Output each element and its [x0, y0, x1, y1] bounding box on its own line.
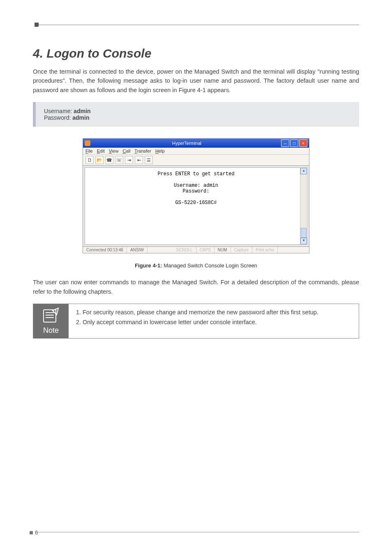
status-num: NUM — [214, 247, 231, 253]
page-number: 6 — [35, 529, 38, 536]
app-icon — [85, 140, 90, 146]
menu-file[interactable]: File — [85, 149, 93, 153]
password-value: admin — [72, 114, 89, 121]
scroll-down-icon[interactable]: ▾ — [300, 238, 307, 244]
username-label: Username: — [44, 108, 74, 114]
new-icon[interactable]: 🗋 — [85, 156, 94, 164]
header-rule — [37, 25, 359, 30]
maximize-button[interactable]: □ — [290, 139, 298, 147]
statusbar: Connected 00:13:46 ANSIW SCROLL CAPS NUM… — [83, 246, 309, 253]
properties-icon[interactable]: ☰ — [145, 156, 153, 164]
scroll-thumb[interactable] — [301, 228, 307, 238]
disconnect-icon[interactable]: ☏ — [115, 156, 123, 164]
figure-caption-text: Managed Switch Console Login Screen — [162, 262, 257, 269]
status-capture: Capture — [231, 247, 253, 253]
menu-help[interactable]: Help — [155, 149, 165, 153]
send-icon[interactable]: ⇥ — [125, 156, 133, 164]
status-encoding: ANSIW — [127, 247, 148, 253]
after-figure-paragraph: The user can now enter commands to manag… — [33, 278, 359, 296]
credentials-box: Username: admin Password: admin — [33, 102, 359, 127]
terminal-area: Press ENTER to get started Username: adm… — [83, 166, 309, 246]
intro-paragraph: Once the terminal is connected to the de… — [33, 67, 359, 95]
password-line: Password: admin — [44, 114, 351, 121]
menu-edit[interactable]: Edit — [97, 149, 105, 153]
status-connected: Connected 00:13:46 — [83, 247, 127, 253]
status-caps: CAPS — [196, 247, 214, 253]
menubar: File Edit View Call Transfer Help — [83, 148, 309, 154]
note-item-1: For security reason, please change and m… — [83, 308, 352, 317]
note-badge: Note — [33, 304, 69, 338]
hyperterminal-window: HyperTerminal – □ × File Edit View Call … — [83, 138, 309, 253]
note-content: For security reason, please change and m… — [69, 304, 359, 338]
open-icon[interactable]: 📂 — [95, 156, 104, 164]
page-heading: 4. Logon to Console — [33, 46, 359, 60]
menu-call[interactable]: Call — [122, 149, 130, 153]
status-scroll: SCROLL — [173, 247, 196, 253]
scroll-up-icon[interactable]: ▴ — [300, 168, 307, 174]
close-button[interactable]: × — [299, 139, 307, 147]
figure-wrap: HyperTerminal – □ × File Edit View Call … — [33, 138, 359, 253]
scrollbar[interactable]: ▴ ▾ — [300, 167, 307, 245]
titlebar: HyperTerminal – □ × — [83, 139, 309, 148]
username-value: admin — [74, 108, 90, 114]
note-label: Note — [43, 326, 59, 335]
terminal-output[interactable]: Press ENTER to get started Username: adm… — [85, 167, 307, 245]
resize-grip-icon[interactable] — [303, 247, 309, 253]
connect-icon[interactable]: ☎ — [105, 156, 113, 164]
footer-square-icon — [30, 531, 33, 534]
receive-icon[interactable]: ⇤ — [135, 156, 143, 164]
password-label: Password: — [44, 114, 72, 121]
note-item-2: Only accept command in lowercase letter … — [83, 318, 352, 327]
window-title: HyperTerminal — [92, 141, 281, 146]
footer: 6 — [0, 532, 392, 532]
figure-caption: Figure 4-1: Managed Switch Console Login… — [33, 262, 359, 269]
username-line: Username: admin — [44, 108, 351, 114]
figure-caption-bold: Figure 4-1: — [135, 262, 162, 269]
toolbar: 🗋 📂 ☎ ☏ ⇥ ⇤ ☰ — [83, 154, 309, 166]
note-box: Note For security reason, please change … — [33, 304, 359, 339]
menu-view[interactable]: View — [109, 149, 119, 153]
status-printecho: Print echo — [252, 247, 278, 253]
header-square-icon — [35, 23, 39, 27]
minimize-button[interactable]: – — [281, 139, 289, 147]
footer-rule: 6 — [37, 532, 359, 532]
note-icon — [42, 307, 60, 324]
menu-transfer[interactable]: Transfer — [134, 149, 151, 153]
